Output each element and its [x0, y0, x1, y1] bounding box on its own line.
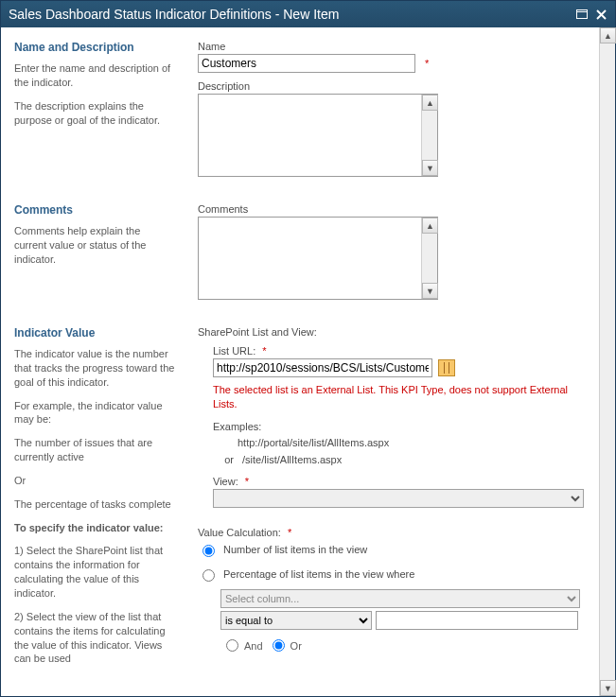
window-title: Sales Dashboard Status Indicator Definit…	[9, 7, 339, 22]
description-textarea[interactable]: ▲ ▼	[198, 94, 438, 177]
error-message: The selected list is an External List. T…	[213, 383, 586, 411]
help-text: 2) Select the view of the list that cont…	[14, 610, 175, 666]
help-text: The percentage of tasks complete	[14, 497, 175, 512]
help-text: Enter the name and description of the in…	[14, 61, 175, 90]
required-indicator: *	[245, 476, 249, 487]
dialog-body: Name and Description Enter the name and …	[1, 27, 599, 696]
and-label: And	[244, 640, 263, 652]
help-text: 1) Select the SharePoint list that conta…	[14, 544, 175, 600]
column-select[interactable]: Select column...	[220, 589, 580, 608]
list-url-input[interactable]	[213, 358, 432, 377]
scroll-down-icon[interactable]: ▼	[422, 283, 438, 299]
help-subheading: To specify the indicator value:	[14, 521, 175, 535]
list-picker-icon[interactable]	[438, 359, 455, 376]
required-indicator: *	[262, 345, 266, 357]
help-text: Or	[14, 474, 175, 488]
scrollbar[interactable]: ▲ ▼	[421, 218, 437, 299]
list-url-label: List URL:	[213, 345, 255, 357]
section-heading-comments: Comments	[14, 203, 175, 217]
radio-label: Number of list items in the view	[223, 544, 367, 555]
filter-value-input[interactable]	[376, 611, 578, 630]
name-input[interactable]	[198, 54, 415, 73]
list-view-label: SharePoint List and View:	[198, 326, 586, 338]
examples-label: Examples:	[213, 419, 586, 436]
value-calc-label: Value Calculation:	[198, 527, 281, 538]
scroll-up-icon[interactable]: ▲	[422, 95, 438, 111]
section-heading-indicator: Indicator Value	[14, 326, 175, 340]
help-text: Comments help explain the current value …	[14, 224, 175, 267]
window-scrollbar[interactable]: ▲ ▼	[599, 27, 615, 696]
help-text: The description explains the purpose or …	[14, 99, 175, 128]
or-label: Or	[290, 640, 302, 652]
titlebar: Sales Dashboard Status Indicator Definit…	[1, 1, 615, 27]
section-heading-name: Name and Description	[14, 41, 175, 54]
description-label: Description	[198, 80, 586, 92]
examples-block: Examples: http://portal/site/list/AllIte…	[213, 419, 586, 469]
radio-percentage[interactable]	[202, 569, 215, 582]
view-label: View:	[213, 476, 238, 487]
scroll-up-icon[interactable]: ▲	[600, 27, 616, 44]
scroll-down-icon[interactable]: ▼	[600, 680, 616, 696]
radio-label: Percentage of list items in the view whe…	[223, 568, 414, 580]
radio-number-of-items[interactable]	[202, 545, 215, 557]
close-icon[interactable]	[594, 8, 607, 21]
operator-select[interactable]: is equal to	[220, 611, 372, 630]
comments-label: Comments	[198, 203, 586, 215]
help-text: For example, the indicator value may be:	[14, 399, 175, 427]
example-url: http://portal/site/list/AllItems.aspx	[238, 435, 586, 452]
required-indicator: *	[288, 527, 291, 538]
scrollbar[interactable]: ▲ ▼	[421, 95, 437, 176]
comments-textarea[interactable]: ▲ ▼	[198, 217, 438, 300]
view-select[interactable]	[213, 489, 584, 508]
example-url: /site/list/AllItems.aspx	[242, 454, 342, 465]
help-text: The number of issues that are currently …	[14, 436, 175, 464]
scroll-up-icon[interactable]: ▲	[422, 218, 438, 234]
svg-rect-0	[577, 10, 588, 19]
help-text: The indicator value is the number that t…	[14, 347, 175, 390]
name-label: Name	[198, 41, 586, 52]
radio-and[interactable]	[226, 639, 238, 652]
required-indicator: *	[425, 58, 429, 69]
scroll-down-icon[interactable]: ▼	[422, 160, 438, 176]
radio-or[interactable]	[273, 639, 285, 652]
example-or: or	[213, 452, 234, 469]
maximize-icon[interactable]	[575, 8, 589, 21]
